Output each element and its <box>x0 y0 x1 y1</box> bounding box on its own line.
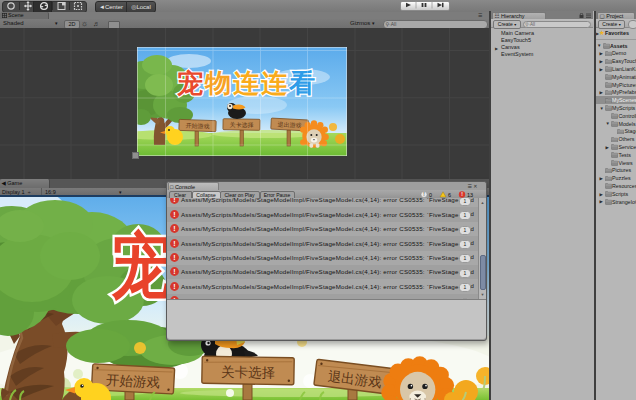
svg-text:!: ! <box>173 211 175 218</box>
svg-text:连: 连 <box>260 68 287 98</box>
svg-text:开始游戏: 开始游戏 <box>106 372 161 390</box>
svg-text:!: ! <box>173 225 175 232</box>
svg-text:!: ! <box>173 254 175 261</box>
svg-text:宠: 宠 <box>177 68 203 98</box>
svg-text:看: 看 <box>288 68 315 98</box>
svg-text:!: ! <box>173 268 175 275</box>
svg-text:!: ! <box>173 239 175 246</box>
svg-text:!: ! <box>173 283 175 290</box>
svg-text:!: ! <box>173 198 175 204</box>
svg-text:连: 连 <box>232 68 259 98</box>
svg-text:关卡选择: 关卡选择 <box>221 365 276 381</box>
svg-text:物: 物 <box>204 68 231 98</box>
